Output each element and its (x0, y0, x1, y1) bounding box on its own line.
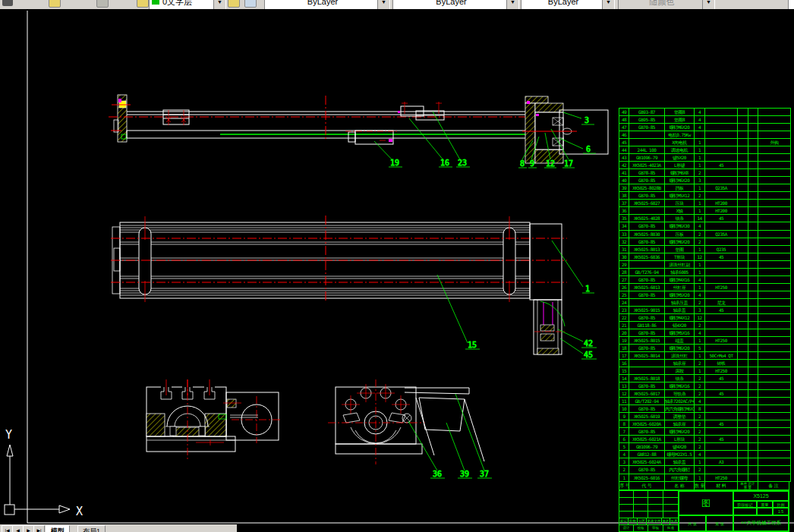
layer-bulb-icon[interactable] (49, 0, 61, 8)
table-cell: GB/T292-94 (629, 398, 665, 405)
table-cell (758, 367, 790, 374)
table-cell (748, 284, 758, 291)
model-space-canvas[interactable]: 3 6 8 9 12 17 19 1 (0, 9, 794, 524)
table-row: 30XK5025-6036T形块1245 (619, 253, 790, 261)
last-tab-button[interactable]: ▶| (33, 525, 45, 532)
table-cell (758, 451, 790, 458)
table-cell: 垫圈 (665, 246, 695, 253)
table-cell: 50CrMo4 QT (705, 352, 738, 359)
table-cell: 43 (619, 154, 629, 161)
color-control-combo[interactable]: ByLayer ▼ (264, 0, 390, 9)
tab-model-label: 模型 (51, 527, 65, 532)
table-cell (705, 276, 738, 283)
table-cell: XK5025-6027 (629, 200, 665, 206)
table-cell (705, 428, 738, 435)
table-cell (748, 390, 758, 397)
plotstyle-control-combo: 随颜色 ▼ (618, 0, 715, 9)
make-layer-current-icon[interactable] (228, 0, 240, 8)
table-cell: 铸铁 (705, 360, 738, 367)
lineweight-combo-arrow-icon[interactable]: ▼ (602, 0, 614, 9)
callout-37: 37 (480, 470, 489, 478)
table-cell: XK5025-8013 (629, 246, 665, 253)
table-cell: 33 (619, 231, 629, 238)
table-cell: A3 (705, 458, 738, 465)
table-cell (738, 375, 748, 382)
role-cell: 校核 (634, 525, 648, 531)
prev-tab-button[interactable]: ◀ (12, 525, 24, 532)
revision-cell (619, 505, 634, 512)
tab-model[interactable]: 模型 (46, 525, 70, 532)
table-cell: 49 (619, 109, 629, 115)
table-cell (738, 337, 748, 344)
role-cell: 设计 (619, 525, 634, 531)
table-cell: 外购 (758, 139, 790, 146)
table-cell (748, 451, 758, 458)
layer-previous-icon[interactable] (244, 0, 257, 8)
table-cell (705, 329, 738, 336)
layer-lock-icon[interactable] (96, 0, 109, 8)
lineweight-control-combo[interactable]: ByLayer ▼ (521, 0, 615, 9)
table-row: 15床鞍1HT250 (619, 367, 790, 375)
table-cell (738, 169, 748, 176)
table-cell: 电机0.75Kw (665, 131, 695, 138)
table-cell: Q235A (705, 184, 738, 191)
table-cell: 2 (695, 382, 705, 389)
table-cell (758, 192, 790, 199)
table-cell: 46 (619, 131, 629, 138)
table-cell: 轴承盖 (665, 458, 695, 465)
table-cell: 1 (695, 184, 705, 191)
table-cell: 1 (695, 154, 705, 161)
table-cell (738, 352, 748, 359)
revision-cell (648, 491, 663, 498)
table-cell: 14 (695, 215, 705, 222)
table-cell (748, 360, 758, 367)
model-number-cell: X5125 (733, 491, 789, 501)
table-cell (758, 436, 790, 442)
table-cell (738, 184, 748, 191)
revision-row (619, 498, 679, 505)
linetype-control-combo[interactable]: ByLayer ▼ (392, 0, 519, 9)
revision-cell (619, 498, 634, 505)
table-cell: HT200 (705, 200, 738, 206)
table-cell: 螺钉M5X20 (665, 291, 695, 298)
table-cell (748, 200, 758, 206)
table-cell: 45 (705, 162, 738, 168)
drawing-title-cell: 图 (679, 491, 733, 515)
table-cell (738, 443, 748, 450)
table-cell: XK5025-6013 (629, 284, 665, 291)
table-cell: 镶条 (665, 375, 695, 382)
callout-23: 23 (458, 159, 467, 167)
tab-layout1[interactable]: 布局1 (77, 525, 106, 532)
table-cell (758, 382, 790, 389)
first-tab-button[interactable]: |◀ (2, 525, 13, 532)
scale-text: 比例 (777, 502, 785, 507)
table-cell: GB70-85 (629, 222, 665, 229)
revision-row (619, 512, 679, 518)
callout-15: 15 (468, 341, 477, 349)
parts-table: 49GB93-87垫圈8448GB95-85垫圈8447GB70-85螺钉M6X… (619, 108, 791, 482)
model-number-text: X5125 (753, 493, 768, 499)
color-combo-arrow-icon[interactable]: ▼ (377, 0, 389, 9)
table-cell (758, 184, 790, 191)
callout-17: 17 (564, 159, 573, 168)
table-cell: 螺钉M4X16 (665, 276, 695, 283)
table-cell: 1 (695, 207, 705, 214)
table-cell: 40 (619, 177, 629, 184)
table-cell (738, 360, 748, 367)
table-cell (748, 261, 758, 268)
layer-combo-arrow-icon[interactable]: ▼ (213, 0, 225, 9)
table-cell (705, 405, 738, 412)
table-cell: 48 (619, 116, 629, 123)
layer-control-combo[interactable]: 0文字层 ▼ (149, 0, 226, 9)
table-row: 41GB78-85螺钉M6X82 (619, 169, 790, 177)
linetype-combo-arrow-icon[interactable]: ▼ (506, 0, 518, 9)
layer-manager-icon[interactable] (137, 0, 149, 8)
revision-cell (619, 512, 634, 518)
next-tab-button[interactable]: ▶ (23, 525, 34, 532)
table-cell: GB70-85 (629, 466, 665, 473)
table-header-cell: 单件 总计重 量 (738, 482, 758, 490)
table-cell (758, 413, 790, 420)
table-cell (705, 222, 738, 229)
pushpin-icon[interactable] (2, 0, 13, 6)
table-cell (758, 222, 790, 229)
